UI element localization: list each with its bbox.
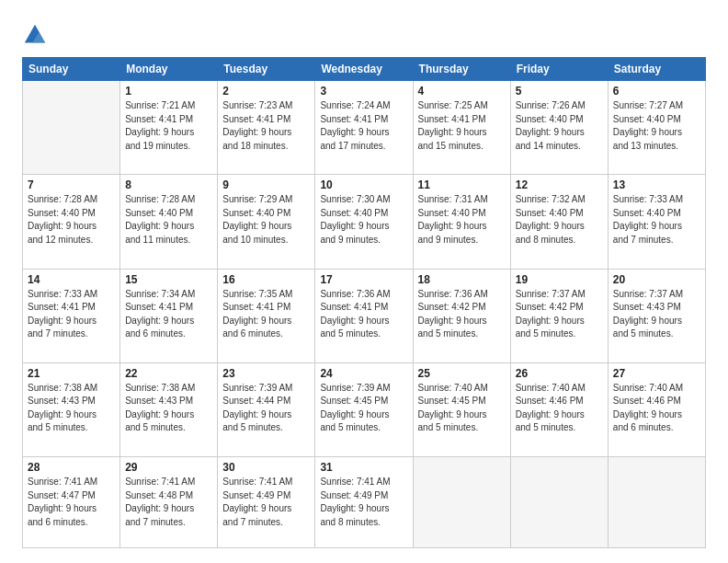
day-info: Sunrise: 7:36 AM Sunset: 4:41 PM Dayligh…	[320, 288, 407, 341]
day-number: 24	[320, 367, 407, 380]
day-info: Sunrise: 7:41 AM Sunset: 4:47 PM Dayligh…	[28, 476, 115, 529]
day-info: Sunrise: 7:38 AM Sunset: 4:43 PM Dayligh…	[28, 382, 115, 435]
calendar-cell: 29Sunrise: 7:41 AM Sunset: 4:48 PM Dayli…	[120, 457, 218, 548]
calendar-cell: 4Sunrise: 7:25 AM Sunset: 4:41 PM Daylig…	[413, 81, 510, 175]
day-number: 13	[613, 178, 700, 191]
weekday-header-thursday: Thursday	[413, 58, 510, 81]
weekday-header-monday: Monday	[120, 58, 218, 81]
day-info: Sunrise: 7:39 AM Sunset: 4:44 PM Dayligh…	[222, 382, 310, 435]
calendar-cell: 19Sunrise: 7:37 AM Sunset: 4:42 PM Dayli…	[510, 269, 608, 362]
day-info: Sunrise: 7:30 AM Sunset: 4:40 PM Dayligh…	[320, 193, 407, 247]
calendar-cell: 27Sunrise: 7:40 AM Sunset: 4:46 PM Dayli…	[608, 362, 705, 456]
day-info: Sunrise: 7:25 AM Sunset: 4:41 PM Dayligh…	[418, 99, 506, 153]
calendar-cell: 28Sunrise: 7:41 AM Sunset: 4:47 PM Dayli…	[23, 457, 120, 548]
day-info: Sunrise: 7:24 AM Sunset: 4:41 PM Dayligh…	[320, 99, 407, 153]
weekday-header-tuesday: Tuesday	[218, 58, 315, 81]
day-info: Sunrise: 7:38 AM Sunset: 4:43 PM Dayligh…	[125, 382, 212, 435]
day-number: 10	[320, 178, 407, 191]
calendar-table: SundayMondayTuesdayWednesdayThursdayFrid…	[22, 57, 706, 548]
calendar-cell: 24Sunrise: 7:39 AM Sunset: 4:45 PM Dayli…	[315, 362, 413, 456]
calendar-cell: 1Sunrise: 7:21 AM Sunset: 4:41 PM Daylig…	[120, 81, 218, 175]
calendar-cell	[413, 457, 510, 548]
day-number: 27	[613, 367, 700, 380]
day-number: 11	[418, 178, 506, 191]
calendar-cell: 17Sunrise: 7:36 AM Sunset: 4:41 PM Dayli…	[315, 269, 413, 362]
calendar-cell: 9Sunrise: 7:29 AM Sunset: 4:40 PM Daylig…	[218, 175, 315, 269]
weekday-header-sunday: Sunday	[23, 58, 120, 81]
day-info: Sunrise: 7:37 AM Sunset: 4:43 PM Dayligh…	[613, 288, 700, 341]
calendar-cell: 11Sunrise: 7:31 AM Sunset: 4:40 PM Dayli…	[413, 175, 510, 269]
header	[22, 18, 706, 48]
calendar-cell	[510, 457, 608, 548]
day-info: Sunrise: 7:33 AM Sunset: 4:40 PM Dayligh…	[613, 193, 700, 247]
day-number: 26	[516, 367, 603, 380]
weekday-header-row: SundayMondayTuesdayWednesdayThursdayFrid…	[23, 58, 706, 81]
day-info: Sunrise: 7:29 AM Sunset: 4:40 PM Dayligh…	[222, 193, 310, 247]
calendar-cell: 10Sunrise: 7:30 AM Sunset: 4:40 PM Dayli…	[315, 175, 413, 269]
day-number: 20	[613, 273, 700, 286]
day-number: 4	[418, 85, 506, 98]
day-number: 2	[222, 85, 310, 98]
day-number: 14	[28, 273, 115, 286]
day-number: 16	[222, 273, 310, 286]
calendar-cell: 14Sunrise: 7:33 AM Sunset: 4:41 PM Dayli…	[23, 269, 120, 362]
day-info: Sunrise: 7:40 AM Sunset: 4:46 PM Dayligh…	[613, 382, 700, 435]
calendar-cell: 15Sunrise: 7:34 AM Sunset: 4:41 PM Dayli…	[120, 269, 218, 362]
day-number: 7	[28, 178, 115, 191]
day-number: 19	[516, 273, 603, 286]
day-info: Sunrise: 7:28 AM Sunset: 4:40 PM Dayligh…	[125, 193, 212, 247]
logo-icon	[22, 22, 48, 48]
calendar-cell: 18Sunrise: 7:36 AM Sunset: 4:42 PM Dayli…	[413, 269, 510, 362]
page: SundayMondayTuesdayWednesdayThursdayFrid…	[0, 0, 728, 563]
week-row-5: 28Sunrise: 7:41 AM Sunset: 4:47 PM Dayli…	[23, 457, 706, 548]
day-info: Sunrise: 7:34 AM Sunset: 4:41 PM Dayligh…	[125, 288, 212, 341]
weekday-header-friday: Friday	[510, 58, 608, 81]
calendar-cell: 31Sunrise: 7:41 AM Sunset: 4:49 PM Dayli…	[315, 457, 413, 548]
day-number: 21	[28, 367, 115, 380]
day-info: Sunrise: 7:28 AM Sunset: 4:40 PM Dayligh…	[28, 193, 115, 247]
calendar-cell: 22Sunrise: 7:38 AM Sunset: 4:43 PM Dayli…	[120, 362, 218, 456]
calendar-cell: 3Sunrise: 7:24 AM Sunset: 4:41 PM Daylig…	[315, 81, 413, 175]
day-number: 23	[222, 367, 310, 380]
calendar-cell: 20Sunrise: 7:37 AM Sunset: 4:43 PM Dayli…	[608, 269, 705, 362]
day-info: Sunrise: 7:41 AM Sunset: 4:49 PM Dayligh…	[320, 476, 407, 529]
day-number: 18	[418, 273, 506, 286]
calendar-cell: 5Sunrise: 7:26 AM Sunset: 4:40 PM Daylig…	[510, 81, 608, 175]
calendar-cell: 8Sunrise: 7:28 AM Sunset: 4:40 PM Daylig…	[120, 175, 218, 269]
day-info: Sunrise: 7:35 AM Sunset: 4:41 PM Dayligh…	[222, 288, 310, 341]
day-number: 3	[320, 85, 407, 98]
day-info: Sunrise: 7:41 AM Sunset: 4:49 PM Dayligh…	[222, 476, 310, 529]
logo	[22, 22, 50, 48]
calendar-cell: 21Sunrise: 7:38 AM Sunset: 4:43 PM Dayli…	[23, 362, 120, 456]
day-number: 5	[516, 85, 603, 98]
day-info: Sunrise: 7:32 AM Sunset: 4:40 PM Dayligh…	[516, 193, 603, 247]
day-info: Sunrise: 7:41 AM Sunset: 4:48 PM Dayligh…	[125, 476, 212, 529]
day-info: Sunrise: 7:21 AM Sunset: 4:41 PM Dayligh…	[125, 99, 212, 153]
day-number: 29	[125, 461, 212, 474]
day-info: Sunrise: 7:27 AM Sunset: 4:40 PM Dayligh…	[613, 99, 700, 153]
day-info: Sunrise: 7:36 AM Sunset: 4:42 PM Dayligh…	[418, 288, 506, 341]
calendar-cell	[23, 81, 120, 175]
day-number: 1	[125, 85, 212, 98]
calendar-cell: 16Sunrise: 7:35 AM Sunset: 4:41 PM Dayli…	[218, 269, 315, 362]
calendar-cell	[608, 457, 705, 548]
day-info: Sunrise: 7:26 AM Sunset: 4:40 PM Dayligh…	[516, 99, 603, 153]
day-number: 28	[28, 461, 115, 474]
calendar-cell: 23Sunrise: 7:39 AM Sunset: 4:44 PM Dayli…	[218, 362, 315, 456]
day-info: Sunrise: 7:39 AM Sunset: 4:45 PM Dayligh…	[320, 382, 407, 435]
day-number: 12	[516, 178, 603, 191]
calendar-cell: 12Sunrise: 7:32 AM Sunset: 4:40 PM Dayli…	[510, 175, 608, 269]
calendar-cell: 13Sunrise: 7:33 AM Sunset: 4:40 PM Dayli…	[608, 175, 705, 269]
day-info: Sunrise: 7:33 AM Sunset: 4:41 PM Dayligh…	[28, 288, 115, 341]
week-row-3: 14Sunrise: 7:33 AM Sunset: 4:41 PM Dayli…	[23, 269, 706, 362]
calendar-cell: 7Sunrise: 7:28 AM Sunset: 4:40 PM Daylig…	[23, 175, 120, 269]
day-info: Sunrise: 7:23 AM Sunset: 4:41 PM Dayligh…	[222, 99, 310, 153]
day-number: 6	[613, 85, 700, 98]
day-info: Sunrise: 7:37 AM Sunset: 4:42 PM Dayligh…	[516, 288, 603, 341]
week-row-4: 21Sunrise: 7:38 AM Sunset: 4:43 PM Dayli…	[23, 362, 706, 456]
day-number: 15	[125, 273, 212, 286]
day-info: Sunrise: 7:40 AM Sunset: 4:46 PM Dayligh…	[516, 382, 603, 435]
calendar-cell: 26Sunrise: 7:40 AM Sunset: 4:46 PM Dayli…	[510, 362, 608, 456]
day-number: 22	[125, 367, 212, 380]
day-number: 31	[320, 461, 407, 474]
